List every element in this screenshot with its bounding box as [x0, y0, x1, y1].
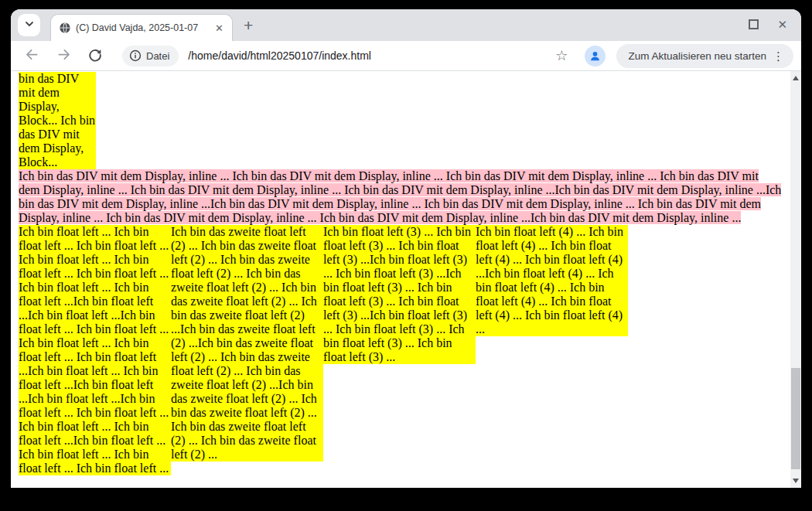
scrollbar-down-arrow-icon[interactable]	[793, 479, 799, 483]
browser-window: (C) David Vajda, 2025-01-07 ✕ + ✕	[11, 9, 801, 488]
tab-close-icon[interactable]: ✕	[213, 22, 226, 34]
back-arrow-icon	[24, 46, 40, 65]
page-viewport: bin das DIV mit dem Display, Block... Ic…	[11, 71, 801, 488]
scrollbar-thumb[interactable]	[791, 368, 800, 469]
float-left-column-3: Ich bin float left (3) ... Ich bin float…	[323, 225, 476, 364]
address-bar-url[interactable]: /home/david/html20250107/index.html	[188, 49, 371, 62]
person-icon	[589, 49, 602, 63]
relaunch-label: Zum Aktualisieren neu starten	[628, 50, 766, 62]
scrollbar-up-arrow-icon[interactable]	[793, 76, 799, 80]
vertical-scrollbar[interactable]	[790, 71, 801, 488]
page-body: bin das DIV mit dem Display, Block... Ic…	[19, 72, 783, 225]
display-inline-paragraph: Ich bin das DIV mit dem Display, inline …	[19, 169, 783, 225]
tab-strip: (C) David Vajda, 2025-01-07 ✕ + ✕	[11, 9, 801, 41]
chevron-down-icon	[24, 19, 35, 32]
browser-toolbar: Datei /home/david/html20250107/index.htm…	[11, 41, 801, 71]
bookmark-star-icon[interactable]: ☆	[552, 47, 571, 64]
tab-title: (C) David Vajda, 2025-01-07	[76, 22, 208, 33]
back-button[interactable]	[22, 44, 43, 67]
menu-dots-icon[interactable]: ⋮	[766, 50, 790, 62]
origin-chip[interactable]: Datei	[122, 46, 179, 66]
window-close-button[interactable]: ✕	[777, 19, 787, 30]
info-icon	[129, 49, 142, 62]
float-left-column-4: Ich bin float left (4) ... Ich bin float…	[476, 225, 628, 336]
new-tab-button[interactable]: +	[239, 15, 258, 35]
globe-favicon-icon	[59, 22, 71, 34]
relaunch-to-update-button[interactable]: Zum Aktualisieren neu starten ⋮	[616, 44, 793, 68]
profile-avatar[interactable]	[585, 46, 606, 66]
float-left-column-2: Ich bin das zweite float left (2) ... Ic…	[171, 225, 323, 462]
display-inline-div: Ich bin das DIV mit dem Display, inline …	[19, 169, 781, 224]
forward-arrow-icon	[56, 46, 72, 65]
float-left-column-1: Ich bin float left ... Ich bin float lef…	[19, 225, 171, 475]
window-controls: ✕	[730, 9, 787, 39]
display-block-div: bin das DIV mit dem Display, Block... Ic…	[19, 72, 96, 169]
browser-tab[interactable]: (C) David Vajda, 2025-01-07 ✕	[50, 14, 233, 41]
tab-search-button[interactable]	[18, 14, 40, 36]
reload-button[interactable]	[85, 45, 105, 67]
maximize-icon	[749, 19, 759, 29]
reload-icon	[87, 47, 103, 65]
origin-chip-label: Datei	[146, 50, 169, 62]
maximize-button[interactable]	[749, 19, 759, 29]
forward-button[interactable]	[53, 44, 74, 67]
